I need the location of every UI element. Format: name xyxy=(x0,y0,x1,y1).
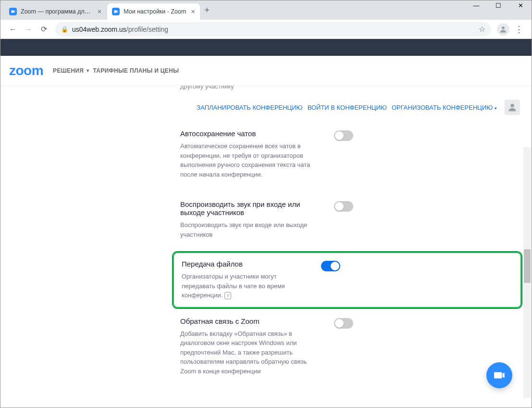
setting-title: Автосохранение чатов xyxy=(180,129,320,138)
toggle-sound-join-leave[interactable] xyxy=(334,201,353,212)
partial-clipped-text: другому участнику xyxy=(180,86,532,90)
reload-button[interactable]: ⟳ xyxy=(36,22,51,37)
minimize-button[interactable]: — xyxy=(465,0,487,14)
browser-tab-2[interactable]: Мои настройки - Zoom × xyxy=(107,3,199,20)
chat-fab-button[interactable] xyxy=(486,362,512,388)
content-area: другому участнику ЗАПЛАНИРОВАТЬ КОНФЕРЕН… xyxy=(0,86,532,408)
browser-tab-1[interactable]: Zoom — программа для конфе × xyxy=(4,3,106,20)
setting-description: Организаторы и участники могут передават… xyxy=(182,272,307,300)
address-bar[interactable]: 🔒 us04web.zoom.us/profile/setting ☆ xyxy=(55,22,491,37)
tab-title: Zoom — программа для конфе xyxy=(21,8,93,15)
svg-point-0 xyxy=(502,26,505,29)
browser-tabs-row: Zoom — программа для конфе × Мои настрой… xyxy=(0,0,532,20)
address-bar-row: ← → ⟳ 🔒 us04web.zoom.us/profile/setting … xyxy=(0,20,532,39)
toggle-file-transfer[interactable] xyxy=(321,261,340,271)
close-button[interactable]: ✕ xyxy=(509,0,532,14)
action-links-row: ЗАПЛАНИРОВАТЬ КОНФЕРЕНЦИЮ ВОЙТИ В КОНФЕР… xyxy=(0,92,532,121)
url-text: us04web.zoom.us/profile/setting xyxy=(72,26,168,33)
setting-file-transfer: Передача файлов Организаторы и участники… xyxy=(173,252,522,308)
scrollbar-thumb[interactable] xyxy=(524,249,531,283)
toggle-feedback-zoom[interactable] xyxy=(334,318,353,329)
close-icon[interactable]: × xyxy=(191,8,195,15)
chevron-down-icon: ▼ xyxy=(86,68,90,73)
zoom-favicon-icon xyxy=(9,8,17,15)
setting-feedback-zoom: Обратная связь с Zoom Добавить вкладку «… xyxy=(180,308,503,389)
camera-icon xyxy=(493,369,506,382)
user-avatar[interactable] xyxy=(505,100,520,115)
host-meeting-link[interactable]: ОРГАНИЗОВАТЬ КОНФЕРЕНЦИЮ ▾ xyxy=(392,104,497,111)
chevron-down-icon: ▾ xyxy=(495,106,497,111)
maximize-button[interactable]: ☐ xyxy=(487,0,509,14)
setting-sound-join-leave: Воспроизводить звук при входе или выходе… xyxy=(180,191,503,252)
new-tab-button[interactable]: + xyxy=(205,5,210,15)
setting-title: Обратная связь с Zoom xyxy=(180,317,320,325)
bookmark-star-icon[interactable]: ☆ xyxy=(479,25,485,34)
info-badge-icon: V xyxy=(224,292,231,300)
setting-description: Автоматическое сохранение всех чатов в к… xyxy=(180,141,320,179)
zoom-header: zoom РЕШЕНИЯ ▼ ТАРИФНЫЕ ПЛАНЫ И ЦЕНЫ xyxy=(0,56,532,86)
nav-pricing[interactable]: ТАРИФНЫЕ ПЛАНЫ И ЦЕНЫ xyxy=(93,67,179,74)
join-meeting-link[interactable]: ВОЙТИ В КОНФЕРЕНЦИЮ xyxy=(308,104,387,111)
nav-solutions[interactable]: РЕШЕНИЯ ▼ xyxy=(53,67,90,74)
svg-point-1 xyxy=(510,104,514,107)
profile-avatar[interactable] xyxy=(497,23,509,36)
setting-autosave-chats: Автосохранение чатов Автоматическое сохр… xyxy=(180,121,503,191)
dark-banner xyxy=(0,39,532,56)
zoom-nav: РЕШЕНИЯ ▼ ТАРИФНЫЕ ПЛАНЫ И ЦЕНЫ xyxy=(53,67,179,74)
tab-title: Мои настройки - Zoom xyxy=(124,8,186,15)
settings-list: Автосохранение чатов Автоматическое сохр… xyxy=(180,121,503,388)
browser-menu-button[interactable]: ⋮ xyxy=(511,24,527,35)
toggle-autosave-chats[interactable] xyxy=(334,130,353,141)
setting-description: Воспроизводить звук при входе или выходе… xyxy=(180,220,320,239)
lock-icon: 🔒 xyxy=(61,26,68,33)
forward-button[interactable]: → xyxy=(21,22,36,37)
zoom-favicon-icon xyxy=(112,8,120,15)
back-button[interactable]: ← xyxy=(5,22,21,37)
close-icon[interactable]: × xyxy=(98,8,101,15)
window-controls: — ☐ ✕ xyxy=(465,0,532,14)
zoom-logo[interactable]: zoom xyxy=(9,63,43,78)
setting-title: Передача файлов xyxy=(182,260,307,268)
setting-description: Добавить вкладку «Обратная связь» в диал… xyxy=(180,329,320,376)
setting-title: Воспроизводить звук при входе или выходе… xyxy=(180,200,320,217)
schedule-meeting-link[interactable]: ЗАПЛАНИРОВАТЬ КОНФЕРЕНЦИЮ xyxy=(197,104,302,111)
